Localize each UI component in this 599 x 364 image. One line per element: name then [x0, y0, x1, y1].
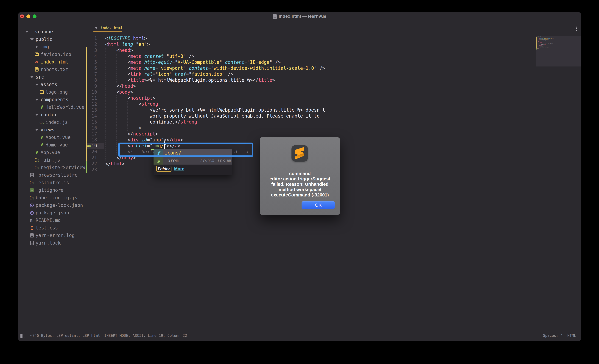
sidebar-item-helloworld-vue[interactable]: VHelloWorld.vue: [18, 103, 86, 111]
sidebar-item-label: src: [36, 74, 44, 80]
sidebar-item-label: App.vue: [41, 150, 60, 155]
html-icon: <>: [35, 58, 39, 66]
sidebar-item-main-js[interactable]: ();main.js: [18, 156, 86, 164]
minimap-diff-modified: [536, 37, 537, 48]
sidebar-item-package-json[interactable]: package.json: [18, 209, 86, 217]
active-tab-underline: [93, 31, 122, 32]
status-bar: ~746 Bytes, LSP-eslint, LSP-html, INSERT…: [18, 331, 581, 341]
sidebar-item-app-vue[interactable]: VApp.vue: [18, 149, 86, 156]
status-indent[interactable]: Spaces: 4: [543, 331, 563, 341]
sidebar-item-label: Home.vue: [46, 142, 68, 148]
sidebar-item-router[interactable]: router: [18, 111, 86, 119]
code-line-4: <meta charset="utf-8" />: [105, 53, 325, 59]
region-highlight-box: [118, 143, 253, 157]
autocomplete-detail: Lorem ipsum: [200, 157, 231, 165]
line-numbers: 1234567891011121314151617181920212223: [86, 35, 97, 173]
document-icon: [273, 14, 277, 19]
sidebar-item-label: robots.txt: [41, 67, 68, 72]
code-line-13: >We're sorry but <%= htmlWebpackPlugin.o…: [105, 107, 325, 113]
code-line-17: </noscript>: [105, 131, 325, 137]
status-syntax[interactable]: HTML: [567, 331, 576, 341]
sidebar-item-favicon-ico[interactable]: favicon.ico: [18, 51, 86, 58]
sidebar-item-label: views: [41, 127, 54, 133]
sidebar-item-label: favicon.ico: [41, 52, 71, 57]
code-line-9: </head>: [105, 83, 325, 89]
sidebar-item-label: package-lock.json: [36, 203, 83, 208]
sidebar-item-index-html[interactable]: <>index.html: [18, 58, 86, 66]
sidebar-item-registerservicew[interactable]: ();registerServiceW: [18, 164, 86, 171]
sidebar-item-label: components: [41, 97, 68, 102]
sidebar-item-yarn-lock[interactable]: yarn.lock: [18, 239, 86, 247]
sidebar-item-about-vue[interactable]: VAbout.vue: [18, 134, 86, 141]
sidebar-item-label: HelloWorld.vue: [46, 104, 85, 110]
sidebar-item-label: router: [41, 112, 57, 117]
code-line-5: <meta http-equiv="X-UA-Compatible" conte…: [105, 59, 325, 65]
sidebar-item-readme-md[interactable]: M↓README.md: [18, 217, 86, 224]
file-tree: learnvuepublicimgfavicon.ico<>index.html…: [18, 28, 86, 247]
sidebar-item-components[interactable]: components: [18, 96, 86, 103]
sidebar-item-index-js[interactable]: ();index.js: [18, 119, 86, 126]
sidebar-toggle-icon[interactable]: [20, 334, 25, 338]
js-icon: ();: [35, 156, 39, 164]
sidebar-item-public[interactable]: public: [18, 35, 86, 43]
git-icon: >: [30, 186, 34, 194]
sidebar-item-package-lock-json[interactable]: package-lock.json: [18, 202, 86, 209]
sidebar-item-home-vue[interactable]: VHome.vue: [18, 141, 86, 149]
sidebar-item-label: img: [41, 44, 49, 50]
sidebar-item-label: README.md: [36, 218, 61, 223]
dialog-message: commandeditor.action.triggerSuggestfaile…: [263, 171, 337, 198]
autocomplete-label: lorem: [165, 157, 178, 165]
tab-strip: index.html: [86, 23, 581, 33]
title-bar[interactable]: index.html — learnvue: [18, 12, 581, 23]
vue-icon: V: [40, 103, 44, 111]
sidebar-item-yarn-error-log[interactable]: yarn-error.log: [18, 232, 86, 239]
vue-icon: V: [40, 134, 44, 141]
sidebar-item-learnvue[interactable]: learnvue: [18, 28, 86, 35]
code-line-10: <body>: [105, 89, 325, 95]
status-left-text: ~746 Bytes, LSP-eslint, LSP-html, INSERT…: [30, 331, 187, 341]
sidebar-item--eslintrc-js[interactable]: ();.eslintrc.js: [18, 179, 86, 186]
sidebar-item-logo-png[interactable]: logo.png: [18, 88, 86, 96]
sublime-window: index.html — learnvue learnvuepublicimgf…: [18, 12, 581, 341]
image-icon: [35, 51, 39, 58]
code-line-3: <head>: [105, 47, 325, 53]
sidebar-item-label: About.vue: [46, 135, 71, 140]
sidebar-item-babel-config-js[interactable]: ();babel.config.js: [18, 194, 86, 202]
sidebar-item-views[interactable]: views: [18, 126, 86, 134]
sidebar-item-img[interactable]: img: [18, 43, 86, 51]
sidebar-item-label: .eslintrc.js: [36, 180, 69, 185]
folder-open-triangle-icon: [30, 73, 34, 81]
sidebar-item-label: test.css: [36, 225, 58, 230]
doc-icon: [30, 239, 34, 247]
autocomplete-item[interactable]: s lorem Lorem ipsum: [154, 157, 232, 165]
sidebar-item-label: registerServiceW: [41, 165, 85, 170]
sidebar: learnvuepublicimgfavicon.ico<>index.html…: [18, 23, 86, 331]
modified-dot-icon: [95, 27, 97, 29]
doc-icon: [30, 232, 34, 239]
sidebar-item-src[interactable]: src: [18, 73, 86, 81]
minimap[interactable]: <!DOCTYPE html><html lang="en"> <head> <…: [536, 33, 581, 331]
sidebar-item-test-css[interactable]: {}test.css: [18, 224, 86, 232]
sidebar-item-label: yarn-error.log: [36, 233, 75, 238]
sidebar-item--gitignore[interactable]: >.gitignore: [18, 186, 86, 194]
sidebar-item-assets[interactable]: assets: [18, 81, 86, 88]
folder-open-triangle-icon: [25, 28, 29, 35]
folder-closed-triangle-icon: [35, 43, 39, 51]
folder-open-triangle-icon: [35, 96, 39, 103]
minimap-code: <!DOCTYPE html><html lang="en"> <head> <…: [537, 36, 558, 50]
sidebar-item-robots-txt[interactable]: robots.txt: [18, 66, 86, 73]
tab-label: index.html: [100, 26, 123, 30]
md-icon: M↓: [30, 217, 34, 224]
sidebar-item-label: package.json: [36, 210, 69, 215]
tab-index-html[interactable]: index.html: [93, 23, 122, 33]
sidebar-item-label: .browserslistrc: [36, 172, 77, 178]
sidebar-item--browserslistrc[interactable]: .browserslistrc: [18, 171, 86, 179]
code-line-7: <link rel="icon" href="favicon.ico" />: [105, 71, 325, 77]
ok-button[interactable]: OK: [301, 201, 335, 209]
tab-overflow-menu-icon[interactable]: [576, 26, 577, 31]
code-line-15: continue.</strong: [105, 119, 325, 125]
more-link[interactable]: More: [174, 166, 184, 172]
folder-open-triangle-icon: [35, 111, 39, 119]
npm-icon: [30, 209, 34, 217]
sidebar-item-label: logo.png: [46, 89, 68, 95]
